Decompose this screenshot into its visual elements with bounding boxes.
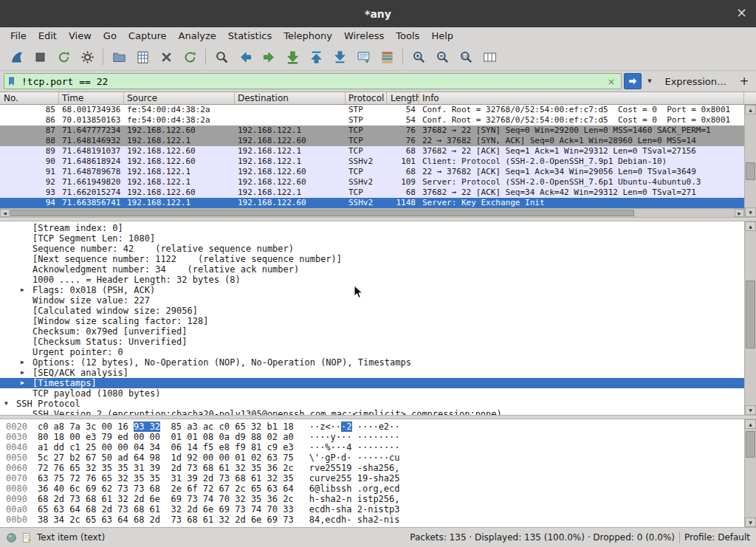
packet-list-vertical-scrollbar[interactable] bbox=[744, 105, 756, 217]
column-header-length[interactable]: Length bbox=[387, 92, 419, 104]
toolbar-save-file-button[interactable] bbox=[131, 47, 154, 67]
menu-help[interactable]: Help bbox=[425, 29, 459, 43]
toolbar-auto-scroll-button[interactable] bbox=[352, 47, 374, 67]
column-header-protocol[interactable]: Protocol bbox=[346, 92, 387, 104]
toolbar-stop-capture-button[interactable] bbox=[29, 47, 51, 67]
packet-row-86[interactable]: 8670.013850163fe:54:00:d4:38:2aSTP54Conf… bbox=[0, 115, 744, 125]
toolbar-zoom-in-button[interactable] bbox=[408, 47, 430, 67]
toolbar-go-forward-button[interactable] bbox=[258, 47, 280, 67]
titlebar[interactable]: *any bbox=[0, 0, 756, 27]
toolbar-go-back-button[interactable] bbox=[234, 47, 256, 67]
packet-row-89[interactable]: 8971.648191037192.168.122.60192.168.122.… bbox=[0, 146, 744, 156]
filter-bookmark-icon[interactable] bbox=[7, 75, 17, 87]
column-header-destination[interactable]: Destination bbox=[235, 92, 346, 104]
toolbar-zoom-out-button[interactable] bbox=[431, 47, 453, 67]
detail-line-window-size[interactable]: Window size value: 227 bbox=[0, 295, 744, 306]
details-vertical-scrollbar[interactable] bbox=[744, 221, 756, 415]
vertical-scrollbar-thumb[interactable] bbox=[746, 281, 755, 348]
hex-row[interactable]: 00a065 63 64 68 2d 73 68 61 32 2d 6e 69 … bbox=[6, 504, 744, 515]
menu-edit[interactable]: Edit bbox=[32, 29, 63, 43]
toolbar-go-first-button[interactable] bbox=[305, 47, 327, 67]
column-header-time[interactable]: Time bbox=[59, 92, 124, 104]
scroll-right-arrow[interactable] bbox=[735, 209, 744, 217]
scroll-left-arrow[interactable] bbox=[0, 209, 10, 217]
detail-line-sequence-number[interactable]: Sequence number: 42 (relative sequence n… bbox=[0, 244, 744, 254]
expand-arrow-icon[interactable] bbox=[21, 378, 32, 388]
detail-line-stream-index[interactable]: [Stream index: 0] bbox=[0, 223, 744, 233]
hex-row[interactable]: 009068 2d 73 68 61 32 2d 6e 69 73 74 70 … bbox=[6, 494, 744, 504]
column-header-source[interactable]: Source bbox=[124, 92, 235, 104]
apply-filter-button[interactable] bbox=[624, 73, 642, 89]
expert-info-icon[interactable] bbox=[6, 532, 17, 543]
detail-line-next-sequence[interactable]: [Next sequence number: 1122 (relative se… bbox=[0, 254, 744, 264]
packet-row-87[interactable]: 8771.647777234192.168.122.60192.168.122.… bbox=[0, 125, 744, 136]
packet-row-91[interactable]: 9171.648789678192.168.122.1192.168.122.6… bbox=[0, 167, 744, 177]
capture-comment-icon[interactable] bbox=[21, 532, 32, 543]
status-profile[interactable]: Profile: Default bbox=[684, 532, 750, 543]
packet-row-90[interactable]: 9071.648618924192.168.122.60192.168.122.… bbox=[0, 156, 744, 167]
detail-line-tcp-payload[interactable]: TCP payload (1080 bytes) bbox=[0, 388, 744, 399]
detail-line-window-scaling[interactable]: [Window size scaling factor: 128] bbox=[0, 316, 744, 326]
menu-view[interactable]: View bbox=[63, 29, 97, 43]
menu-telephony[interactable]: Telephony bbox=[278, 29, 338, 43]
toolbar-capture-options-button[interactable] bbox=[76, 47, 98, 67]
detail-line-segment-len[interactable]: [TCP Segment Len: 1080] bbox=[0, 233, 744, 244]
hex-row[interactable]: 00b038 34 2c 65 63 64 68 2d 73 68 61 32 … bbox=[6, 515, 744, 525]
hex-row[interactable]: 0020c0 a8 7a 3c 00 16 93 32 85 a3 ac c0 … bbox=[6, 422, 744, 432]
toolbar-find-packet-button[interactable] bbox=[210, 47, 233, 67]
toolbar-zoom-original-button[interactable]: 1:1 bbox=[455, 47, 477, 67]
expand-arrow-icon[interactable] bbox=[21, 285, 32, 295]
vertical-scrollbar-thumb[interactable] bbox=[746, 162, 755, 180]
toolbar-start-capture-button[interactable] bbox=[5, 47, 27, 67]
add-filter-button[interactable]: + bbox=[736, 75, 752, 88]
menu-go[interactable]: Go bbox=[97, 29, 123, 43]
toolbar-close-file-button[interactable] bbox=[155, 47, 177, 67]
bytes-vertical-scrollbar[interactable] bbox=[744, 419, 756, 527]
hex-row[interactable]: 007063 75 72 76 65 32 35 35 31 39 2d 73 … bbox=[6, 473, 744, 484]
packet-row-88[interactable]: 8871.648146932192.168.122.1192.168.122.6… bbox=[0, 136, 744, 146]
scroll-up-arrow[interactable] bbox=[745, 221, 756, 231]
toolbar-colorize-button[interactable] bbox=[376, 47, 398, 67]
menu-statistics[interactable]: Statistics bbox=[222, 29, 278, 43]
horizontal-scrollbar-thumb[interactable] bbox=[10, 210, 634, 216]
detail-line-seq-ack-analysis[interactable]: [SEQ/ACK analysis] bbox=[0, 368, 744, 378]
expand-arrow-icon[interactable] bbox=[21, 368, 32, 378]
packet-row-92[interactable]: 9271.661949820192.168.122.1192.168.122.6… bbox=[0, 177, 744, 188]
toolbar-go-to-packet-button[interactable] bbox=[281, 47, 303, 67]
toolbar-open-file-button[interactable] bbox=[108, 47, 130, 67]
hex-row[interactable]: 0040a1 dd c1 25 00 00 04 34 06 14 f5 e8 … bbox=[6, 442, 744, 453]
scroll-down-arrow[interactable] bbox=[745, 517, 756, 527]
hex-row[interactable]: 008036 40 6c 69 62 73 73 68 2e 6f 72 67 … bbox=[6, 484, 744, 494]
collapse-arrow-icon[interactable] bbox=[4, 399, 16, 409]
toolbar-go-last-button[interactable] bbox=[329, 47, 351, 67]
detail-line-ssh-protocol[interactable]: SSH Protocol bbox=[0, 399, 744, 409]
detail-line-header-length[interactable]: 1000 .... = Header Length: 32 bytes (8) bbox=[0, 275, 744, 285]
toolbar-reload-button[interactable] bbox=[179, 47, 201, 67]
expand-arrow-icon[interactable] bbox=[21, 357, 32, 368]
filter-history-dropdown[interactable] bbox=[644, 73, 655, 89]
detail-line-ssh-version[interactable]: SSH Version 2 (encryption:chacha20-poly1… bbox=[0, 409, 744, 415]
hex-row[interactable]: 003080 18 00 e3 79 ed 00 00 01 01 08 0a … bbox=[6, 432, 744, 442]
detail-line-ack-number[interactable]: Acknowledgment number: 34 (relative ack … bbox=[0, 264, 744, 275]
menu-file[interactable]: File bbox=[4, 29, 32, 43]
packet-row-85[interactable]: 8568.001734936fe:54:00:d4:38:2aSTP54Conf… bbox=[0, 105, 744, 115]
detail-line-calculated-window[interactable]: [Calculated window size: 29056] bbox=[0, 306, 744, 316]
clear-filter-icon[interactable] bbox=[605, 76, 619, 87]
hex-row[interactable]: 00505c 27 b2 67 50 ad 64 98 1d 92 00 00 … bbox=[6, 453, 744, 463]
scroll-up-arrow[interactable] bbox=[745, 105, 756, 114]
packet-row-93[interactable]: 9371.662015274192.168.122.60192.168.122.… bbox=[0, 188, 744, 198]
detail-line-urgent-pointer[interactable]: Urgent pointer: 0 bbox=[0, 347, 744, 357]
menu-tools[interactable]: Tools bbox=[390, 29, 425, 43]
menu-capture[interactable]: Capture bbox=[123, 29, 173, 43]
expression-button[interactable]: Expression… bbox=[657, 76, 734, 87]
scroll-up-arrow[interactable] bbox=[745, 419, 756, 429]
packet-list-horizontal-scrollbar[interactable] bbox=[0, 208, 744, 217]
filter-value[interactable]: !tcp.port == 22 bbox=[17, 76, 605, 87]
toolbar-restart-capture-button[interactable] bbox=[52, 47, 75, 67]
menu-analyze[interactable]: Analyze bbox=[173, 29, 222, 43]
detail-line-checksum[interactable]: Checksum: 0x79ed [unverified] bbox=[0, 326, 744, 337]
column-header-info[interactable]: Info bbox=[419, 92, 744, 104]
column-header-no[interactable]: No. bbox=[0, 92, 59, 104]
window-close-button[interactable] bbox=[736, 5, 747, 20]
detail-line-checksum-status[interactable]: [Checksum Status: Unverified] bbox=[0, 337, 744, 347]
